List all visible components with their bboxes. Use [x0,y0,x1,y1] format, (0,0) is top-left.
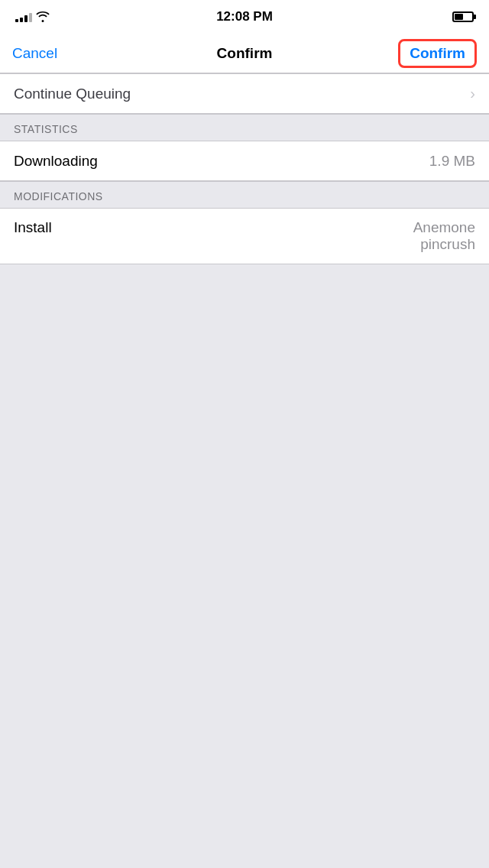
signal-icon [15,11,32,22]
modifications-header-label: MODIFICATIONS [14,190,103,202]
continue-queuing-row[interactable]: Continue Queuing › [0,74,489,114]
statistics-header-label: STATISTICS [14,123,78,135]
install-row: Install Anemonepincrush [0,209,489,264]
confirm-button[interactable]: Confirm [398,39,477,68]
nav-bar: Cancel Confirm Confirm [0,34,489,73]
downloading-row: Downloading 1.9 MB [0,141,489,181]
status-time: 12:08 PM [216,9,273,24]
chevron-right: › [470,85,475,102]
install-label: Install [14,219,52,236]
status-right [452,11,474,22]
empty-area [0,264,489,646]
status-left [15,11,50,22]
statistics-section-header: STATISTICS [0,114,489,141]
nav-title: Confirm [217,45,273,62]
chevron-icon: › [470,85,475,102]
wifi-icon [36,11,50,22]
status-bar: 12:08 PM [0,0,489,34]
continue-queuing-label: Continue Queuing [14,86,131,102]
statistics-section: Downloading 1.9 MB [0,141,489,181]
modifications-section-header: MODIFICATIONS [0,181,489,209]
downloading-value: 1.9 MB [429,153,475,170]
battery-icon [452,11,474,22]
downloading-label: Downloading [14,153,98,170]
cancel-button[interactable]: Cancel [12,45,57,62]
install-value: Anemonepincrush [413,219,475,253]
modifications-section: Install Anemonepincrush [0,209,489,264]
continue-queuing-section: Continue Queuing › [0,74,489,114]
